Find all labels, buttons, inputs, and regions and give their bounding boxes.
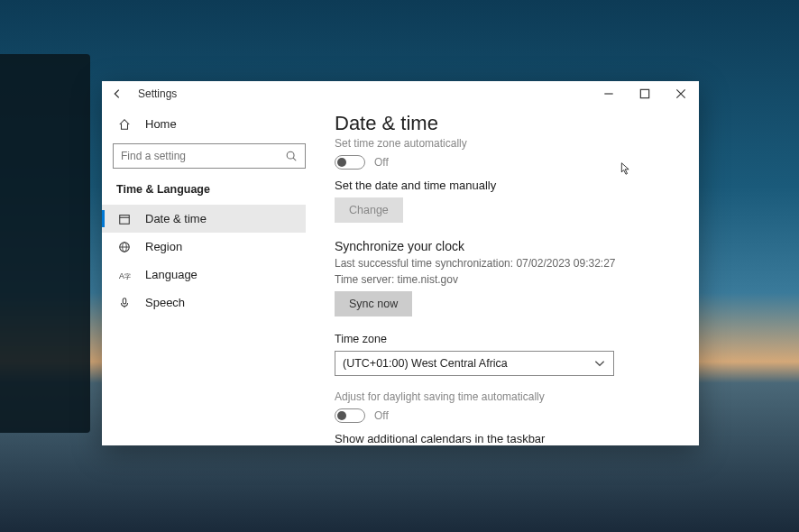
arrow-left-icon (111, 87, 124, 100)
sync-now-button[interactable]: Sync now (335, 291, 412, 316)
timezone-value: (UTC+01:00) West Central Africa (343, 357, 508, 370)
svg-line-3 (293, 158, 296, 161)
settings-window: Settings Home Time & Language (102, 81, 699, 445)
manual-label: Set the date and time manually (335, 179, 681, 192)
toggle-state-text: Off (374, 156, 389, 169)
home-label: Home (145, 117, 177, 131)
sync-heading: Synchronize your clock (335, 239, 681, 253)
auto-tz-label: Set time zone automatically (335, 137, 681, 150)
search-box[interactable] (113, 143, 306, 169)
tz-label: Time zone (335, 333, 681, 345)
sync-server: Time server: time.nist.gov (335, 273, 681, 286)
content-pane: Date & time Set time zone automatically … (317, 106, 699, 445)
background-scenery (0, 54, 90, 433)
dst-toggle[interactable] (335, 408, 365, 423)
additional-calendars-label: Show additional calendars in the taskbar (335, 432, 681, 445)
search-input[interactable] (121, 150, 285, 162)
globe-icon (118, 241, 133, 253)
close-button[interactable] (663, 81, 699, 106)
sidebar-item-date-time[interactable]: Date & time (102, 205, 306, 233)
language-icon: A字 (118, 269, 133, 281)
sidebar-item-label: Speech (145, 296, 185, 309)
calendar-clock-icon (118, 213, 133, 225)
sidebar-item-region[interactable]: Region (102, 233, 306, 261)
auto-tz-toggle[interactable] (335, 155, 365, 170)
microphone-icon (118, 297, 133, 309)
minimize-icon (602, 87, 615, 100)
change-button[interactable]: Change (335, 197, 403, 223)
svg-rect-1 (640, 89, 648, 97)
sidebar-item-label: Date & time (145, 212, 207, 225)
maximize-icon (638, 87, 651, 100)
chevron-down-icon (593, 357, 606, 370)
back-button[interactable] (111, 87, 129, 100)
sidebar-item-speech[interactable]: Speech (102, 289, 306, 316)
sidebar-item-language[interactable]: A字 Language (102, 261, 306, 289)
sidebar-item-label: Region (145, 240, 182, 253)
home-nav[interactable]: Home (113, 112, 306, 140)
svg-text:A: A (119, 271, 124, 280)
sidebar-item-label: Language (145, 268, 197, 281)
sidebar: Home Time & Language Date & time Region (102, 106, 317, 445)
sidebar-section-title: Time & Language (116, 183, 306, 196)
maximize-button[interactable] (627, 81, 663, 106)
home-icon (118, 118, 133, 131)
minimize-button[interactable] (591, 81, 627, 106)
toggle-state-text: Off (374, 409, 389, 422)
close-icon (675, 87, 687, 100)
window-title: Settings (138, 87, 177, 100)
search-icon (285, 150, 298, 162)
dst-label: Adjust for daylight saving time automati… (335, 390, 681, 403)
svg-rect-4 (120, 215, 130, 224)
titlebar: Settings (102, 81, 699, 106)
timezone-select[interactable]: (UTC+01:00) West Central Africa (335, 351, 614, 376)
svg-point-2 (287, 151, 294, 159)
page-title: Date & time (335, 112, 681, 135)
sync-status: Last successful time synchronization: 07… (335, 257, 681, 270)
svg-text:字: 字 (124, 272, 131, 279)
svg-rect-11 (123, 298, 126, 303)
